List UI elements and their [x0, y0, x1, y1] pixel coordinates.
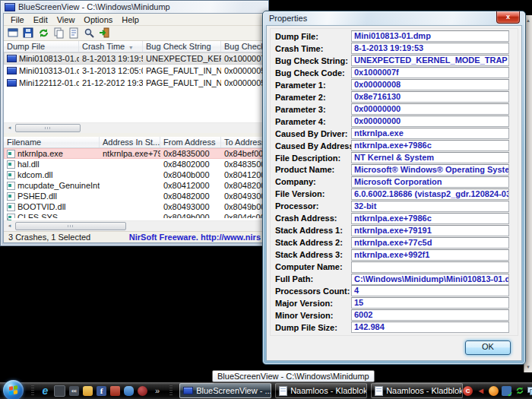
scroll-down-icon[interactable]: ▼: [524, 365, 532, 369]
menu-help[interactable]: Help: [117, 15, 144, 24]
property-value[interactable]: 6.0.6002.18686 (vistasp2_gdr.120824-0336…: [351, 188, 509, 200]
col-to-address[interactable]: To Address: [221, 137, 265, 147]
copy-icon[interactable]: [52, 27, 65, 40]
col-filename[interactable]: Filename: [4, 137, 100, 147]
minidump-icon: [7, 67, 17, 74]
menu-file[interactable]: File: [6, 15, 29, 24]
property-value[interactable]: C:\Windows\Minidump\Mini010813-01.dmp: [351, 274, 509, 285]
menu-edit[interactable]: Edit: [29, 15, 52, 24]
taskbar-tooltip: BlueScreenView - C:\Windows\Minidump: [212, 370, 375, 382]
cc-app-icon[interactable]: cc: [69, 386, 79, 396]
property-value[interactable]: 15: [351, 297, 509, 309]
property-value[interactable]: 0x00000000: [351, 103, 509, 115]
scroll-left-icon[interactable]: ◂: [4, 123, 15, 133]
property-value[interactable]: ntkrnlpa.exe: [351, 128, 509, 139]
property-value[interactable]: [351, 261, 509, 273]
property-value[interactable]: NT Kernel & System: [351, 152, 509, 163]
crash-list-hscrollbar[interactable]: ◂: [4, 122, 265, 133]
crash-row[interactable]: Mini122112-01.dmp 21-12-2012 19:39:55 PA…: [4, 77, 265, 89]
menu-bar: File Edit View Options Help: [4, 14, 265, 26]
property-value[interactable]: 4: [351, 285, 509, 296]
property-value[interactable]: 0x00000000: [351, 116, 509, 127]
col-bug-check-code[interactable]: Bug Check Co: [221, 41, 265, 52]
property-value[interactable]: Microsoft® Windows® Operating System: [351, 164, 509, 176]
taskbar-button-notepad-1[interactable]: Naamloos - Kladblok: [275, 383, 367, 398]
crash-row[interactable]: Mini010813-01.dmp 8-1-2013 19:19:53 UNEX…: [4, 52, 265, 65]
property-value[interactable]: ntkrnlpa.exe+79191: [351, 225, 509, 236]
properties-icon[interactable]: [68, 27, 81, 40]
col-address-in-stack[interactable]: Address In St...▴: [100, 137, 160, 147]
property-value[interactable]: 8-1-2013 19:19:53: [351, 43, 509, 54]
property-row: Bug Check String: UNEXPECTED_KERNEL_MODE…: [272, 55, 516, 67]
driver-row[interactable]: BOOTVID.dll 0x80493000 0x8049b000: [4, 201, 265, 212]
close-icon[interactable]: x: [496, 11, 520, 24]
find-icon[interactable]: [83, 27, 96, 40]
driver-row[interactable]: kdcom.dll 0x8040b000 0x80412000: [4, 169, 265, 180]
update-check-icon[interactable]: [502, 386, 511, 396]
property-value[interactable]: Microsoft Corporation: [351, 176, 509, 188]
driver-row[interactable]: PSHED.dll 0x80482000 0x80493000: [4, 191, 265, 201]
col-dump-file[interactable]: Dump File: [4, 41, 79, 52]
minidump-icon: [7, 55, 17, 62]
nirsoft-link[interactable]: NirSoft Freeware. http://www.nirs: [129, 233, 261, 242]
property-value[interactable]: 142.984: [351, 321, 509, 333]
yellow-app-icon[interactable]: [83, 386, 93, 396]
property-value[interactable]: 0x00000008: [351, 79, 509, 90]
scroll-left-icon[interactable]: ◂: [4, 221, 15, 231]
taskbar-button-notepad-2[interactable]: Naamloos - Kladblok: [371, 383, 463, 398]
driver-row[interactable]: mcupdate_GenuineIntel.dll 0x80412000 0x8…: [4, 180, 265, 191]
property-value[interactable]: 0x8e716130: [351, 91, 509, 103]
dialog-titlebar[interactable]: Properties: [263, 11, 525, 25]
mute-speaker-icon[interactable]: ◄: [476, 386, 486, 396]
blue-app-icon[interactable]: [124, 386, 134, 396]
refresh-icon[interactable]: [37, 27, 50, 40]
scroll-thumb[interactable]: [15, 222, 126, 230]
property-value[interactable]: ntkrnlpa.exe+77c5d: [351, 237, 509, 249]
property-label: Parameter 4:: [275, 117, 351, 126]
property-row: Stack Address 1: ntkrnlpa.exe+79191: [272, 224, 516, 236]
property-value[interactable]: ntkrnlpa.exe+992f1: [351, 249, 509, 261]
darkred-app-icon[interactable]: [138, 386, 147, 396]
window-switcher-icon[interactable]: [54, 385, 65, 397]
property-value[interactable]: UNEXPECTED_KERNEL_MODE_TRAP: [351, 55, 509, 66]
property-value[interactable]: 0x1000007f: [351, 67, 509, 78]
col-crash-time[interactable]: Crash Time▾: [79, 41, 143, 52]
property-row: Parameter 4: 0x00000000: [272, 116, 516, 128]
property-row: Parameter 3: 0x00000000: [272, 103, 516, 116]
property-row: File Description: NT Kernel & System: [272, 152, 516, 164]
crash-row[interactable]: Mini010313-01.dmp 3-1-2013 12:05:06 PAGE…: [4, 65, 265, 77]
driver-list-hscrollbar[interactable]: ◂: [4, 220, 265, 231]
col-bug-check-string[interactable]: Bug Check String: [143, 41, 221, 52]
chevron-more-icon[interactable]: »: [155, 386, 160, 395]
save-icon[interactable]: [22, 27, 35, 40]
red-app-icon[interactable]: [110, 386, 120, 396]
driver-row[interactable]: hal.dll 0x84802000 0x84835000: [4, 159, 265, 169]
col-from-address[interactable]: From Address: [160, 137, 221, 147]
property-value[interactable]: 32-bit: [351, 201, 509, 212]
property-value[interactable]: Mini010813-01.dmp: [351, 30, 509, 42]
toolbar-grip[interactable]: [31, 385, 34, 396]
property-value[interactable]: 6002: [351, 309, 509, 321]
sync-icon[interactable]: [515, 386, 524, 396]
comodo-icon[interactable]: C: [463, 386, 473, 396]
facebook-icon[interactable]: f: [97, 386, 106, 396]
property-value[interactable]: ntkrnlpa.exe+7986c: [351, 140, 509, 151]
ok-button[interactable]: OK: [465, 340, 511, 355]
menu-options[interactable]: Options: [79, 15, 117, 24]
titlebar[interactable]: BlueScreenView - C:\Windows\Minidump: [1, 1, 268, 13]
run-window-icon[interactable]: [7, 27, 20, 40]
start-button[interactable]: [3, 380, 24, 399]
property-value[interactable]: ntkrnlpa.exe+7986c: [351, 213, 509, 224]
menu-view[interactable]: View: [52, 15, 80, 24]
network-icon[interactable]: [527, 386, 532, 396]
driver-row[interactable]: ntkrnlpa.exe ntkrnlpa.exe+79191 0x848350…: [4, 148, 265, 159]
driver-row[interactable]: CLFS.SYS 0x8049b000 0x804dc000: [4, 212, 265, 218]
exit-icon[interactable]: [98, 27, 111, 40]
taskbar-button-bluescreenview[interactable]: BlueScreenView - ...: [179, 383, 271, 398]
module-icon: [7, 171, 15, 179]
scroll-thumb[interactable]: [15, 124, 81, 132]
toolbar-grip[interactable]: [169, 385, 173, 396]
orange-orb-icon[interactable]: [489, 386, 499, 396]
ie-icon[interactable]: e: [40, 386, 50, 396]
property-row: Stack Address 3: ntkrnlpa.exe+992f1: [272, 249, 516, 261]
